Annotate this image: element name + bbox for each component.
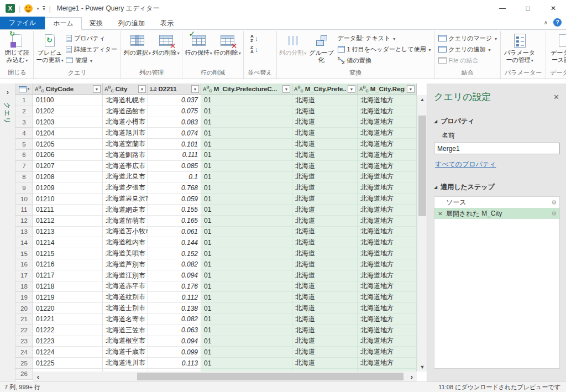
grid-cell[interactable]: 01: [201, 227, 292, 238]
grid-cell[interactable]: 01: [201, 259, 292, 270]
minimize-button[interactable]: —: [490, 0, 515, 17]
close-panel-icon[interactable]: ✕: [553, 93, 559, 101]
column-header-M_City.Region[interactable]: ABCM_City.Region▼: [358, 83, 417, 95]
queries-pane-label[interactable]: クエリ: [2, 102, 12, 124]
keep-rows-button[interactable]: 行の保持: [184, 31, 213, 57]
grid-cell[interactable]: 北海道釧路市: [103, 150, 148, 161]
grid-cell[interactable]: 北海道紋別市: [103, 292, 148, 303]
filter-dropdown-icon[interactable]: ▼: [138, 85, 146, 93]
grid-cell[interactable]: 01: [201, 325, 292, 336]
tab-transform[interactable]: 変換: [82, 17, 111, 29]
grid-cell[interactable]: 北海道地方: [358, 237, 417, 248]
sort-descending-button[interactable]: ZA ↓: [249, 44, 260, 55]
append-queries-button[interactable]: クエリの追加: [437, 44, 499, 55]
grid-cell[interactable]: 北海道地方: [358, 347, 417, 358]
grid-cell[interactable]: 北海道: [292, 161, 358, 172]
vertical-scrollbar-thumb[interactable]: [418, 116, 426, 216]
remove-rows-button[interactable]: 行の削除: [213, 31, 242, 57]
grid-cell[interactable]: 北海道網走市: [103, 205, 148, 216]
grid-cell[interactable]: 北海道: [292, 172, 358, 183]
quick-access-toolbar-dropdown-icon[interactable]: ▾: [43, 6, 45, 11]
merge-queries-button[interactable]: クエリのマージ: [437, 33, 499, 44]
grid-cell[interactable]: 01217: [33, 270, 103, 281]
column-header-CityCode[interactable]: ABCCityCode▼: [33, 83, 103, 95]
grid-cell[interactable]: 0.061: [148, 227, 201, 238]
grid-cell[interactable]: 0.075: [148, 106, 201, 117]
filter-dropdown-icon[interactable]: ▼: [407, 85, 415, 93]
grid-cell[interactable]: 01224: [33, 347, 103, 358]
grid-cell[interactable]: 北海道地方: [358, 303, 417, 314]
grid-cell[interactable]: 01222: [33, 325, 103, 336]
tab-home[interactable]: ホーム: [45, 17, 82, 30]
column-header-City[interactable]: ABCCity▼: [103, 83, 148, 95]
manage-parameters-button[interactable]: パラメーターの管理: [502, 31, 537, 64]
grid-cell[interactable]: 北海道帯広市: [103, 161, 148, 172]
row-number[interactable]: 17: [15, 270, 33, 281]
grid-cell[interactable]: 01202: [33, 106, 103, 117]
grid-cell[interactable]: 0.138: [148, 303, 201, 314]
advanced-editor-button[interactable]: 詳細エディター: [64, 44, 119, 55]
sort-ascending-button[interactable]: AZ ↓: [249, 33, 260, 44]
filter-dropdown-icon[interactable]: ▼: [191, 85, 199, 93]
grid-cell[interactable]: 北海道旭川市: [103, 128, 148, 139]
replace-values-button[interactable]: 12 値の置換: [336, 55, 433, 66]
row-number[interactable]: 7: [15, 161, 33, 172]
grid-cell[interactable]: 01212: [33, 216, 103, 227]
grid-cell[interactable]: 北海道根室市: [103, 336, 148, 347]
maximize-button[interactable]: □: [515, 0, 541, 17]
grid-cell[interactable]: 01211: [33, 205, 103, 216]
tab-view[interactable]: 表示: [153, 17, 181, 29]
grid-cell[interactable]: 0.1: [148, 172, 201, 183]
smiley-dropdown-caret-icon[interactable]: ▾: [36, 6, 39, 11]
group-by-button[interactable]: グループ化: [307, 31, 336, 64]
tab-add-column[interactable]: 列の追加: [111, 17, 153, 29]
row-number[interactable]: 26: [15, 369, 33, 380]
row-number[interactable]: 13: [15, 227, 33, 238]
combine-files-button[interactable]: File の結合: [437, 55, 499, 66]
row-number[interactable]: 4: [15, 128, 33, 139]
grid-cell[interactable]: 01: [201, 205, 292, 216]
grid-cell[interactable]: 北海道滝川市: [103, 358, 148, 369]
grid-cell[interactable]: 01: [201, 281, 292, 292]
grid-cell[interactable]: 01219: [33, 292, 103, 303]
grid-cell[interactable]: 北海道: [292, 139, 358, 150]
grid-cell[interactable]: 北海道江別市: [103, 270, 148, 281]
grid-cell[interactable]: 北海道赤平市: [103, 281, 148, 292]
use-first-row-as-headers-button[interactable]: 1 行目をヘッダーとして使用: [336, 44, 433, 55]
grid-cell[interactable]: 北海道北見市: [103, 172, 148, 183]
grid-cell[interactable]: 01225: [33, 358, 103, 369]
grid-cell[interactable]: 0.165: [148, 216, 201, 227]
text-type-icon[interactable]: ABC: [35, 85, 44, 93]
properties-section-header[interactable]: プロパティ: [434, 117, 559, 126]
grid-cell[interactable]: 北海道地方: [358, 227, 417, 238]
grid-cell[interactable]: 北海道地方: [358, 95, 417, 106]
column-header-D2211[interactable]: 1.2D2211▼: [148, 83, 201, 95]
grid-cell[interactable]: 北海道: [292, 259, 358, 270]
applied-step[interactable]: ソース⚙: [434, 197, 559, 208]
delete-step-icon[interactable]: ✕: [437, 211, 443, 217]
grid-cell[interactable]: 0.037: [148, 95, 201, 106]
grid-cell[interactable]: 北海道地方: [358, 106, 417, 117]
choose-columns-button[interactable]: 列の選択: [123, 31, 151, 57]
filter-dropdown-icon[interactable]: ▼: [282, 85, 290, 93]
grid-cell[interactable]: 北海道札幌市: [103, 95, 148, 106]
grid-cell[interactable]: 北海道: [292, 106, 358, 117]
grid-cell[interactable]: 北海道芦別市: [103, 259, 148, 270]
row-number[interactable]: 8: [15, 172, 33, 183]
grid-cell[interactable]: 01: [201, 303, 292, 314]
horizontal-scrollbar-track[interactable]: [43, 372, 407, 381]
grid-cell[interactable]: 北海道地方: [358, 292, 417, 303]
grid-cell[interactable]: 北海道: [292, 128, 358, 139]
step-settings-gear-icon[interactable]: ⚙: [551, 199, 557, 206]
grid-cell[interactable]: 01205: [33, 139, 103, 150]
grid-cell[interactable]: 0.112: [148, 292, 201, 303]
grid-cell[interactable]: 北海道: [292, 117, 358, 128]
grid-cell[interactable]: 0.063: [148, 325, 201, 336]
row-number[interactable]: 11: [15, 205, 33, 216]
grid-cell[interactable]: 0.155: [148, 205, 201, 216]
grid-cell[interactable]: 北海道: [292, 303, 358, 314]
grid-cell[interactable]: 北海道: [292, 270, 358, 281]
grid-cell[interactable]: 0.101: [148, 139, 201, 150]
grid-cell[interactable]: 0.059: [148, 194, 201, 205]
grid-cell[interactable]: 北海道: [292, 216, 358, 227]
